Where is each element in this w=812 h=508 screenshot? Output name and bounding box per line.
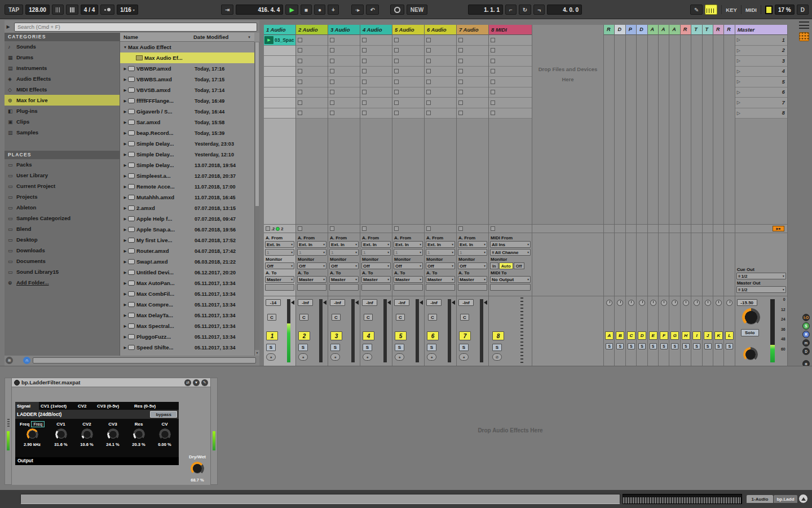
pan-knob[interactable] — [694, 300, 700, 306]
expander-icon[interactable]: ▶ — [122, 206, 128, 211]
clip-stop-button[interactable] — [330, 48, 334, 52]
expander-icon[interactable]: ▶ — [122, 67, 128, 71]
return-track-header[interactable]: D — [637, 25, 647, 35]
sidebar-item-sounds[interactable]: ♪Sounds — [5, 41, 120, 52]
expander-icon[interactable]: ▶ — [122, 303, 128, 307]
scene-slot[interactable]: ▷4 — [735, 67, 787, 77]
name-column-header[interactable]: Name — [123, 34, 193, 40]
param-knob[interactable] — [83, 430, 91, 439]
preview-scrub-bar[interactable] — [33, 357, 256, 364]
clip-stop-button[interactable] — [330, 90, 334, 94]
solo-button[interactable]: S — [395, 344, 404, 351]
sidebar-item-instruments[interactable]: ▤Instruments — [5, 63, 120, 73]
clip-stop-button[interactable] — [394, 69, 399, 73]
draw-mode-button[interactable]: ✎ — [690, 5, 703, 15]
file-row[interactable]: ▶Apple Snap.a...06.07.2018, 19:56 — [120, 224, 254, 235]
input-channel-select[interactable]: 1▾ — [426, 249, 455, 256]
clip-stop-button[interactable] — [298, 111, 302, 115]
monitor-select[interactable]: Off▾ — [265, 262, 294, 269]
param-value[interactable]: 0.00 % — [158, 442, 171, 447]
clip-stop-button[interactable] — [362, 80, 367, 84]
scene-play-icon[interactable]: ▷ — [737, 37, 740, 42]
automation-arm-button[interactable]: ◦▸ — [351, 5, 364, 15]
return-track-header[interactable]: R — [681, 25, 691, 35]
pan-knob[interactable] — [650, 300, 656, 306]
monitor-select[interactable]: Off▾ — [297, 262, 326, 269]
return-track-header[interactable]: R — [724, 25, 734, 35]
clip-stop-button[interactable] — [491, 111, 495, 115]
reenable-automation-button[interactable]: ↶ — [366, 5, 378, 15]
input-channel-select[interactable]: 1▾ — [265, 249, 294, 256]
sidebar-item-samples-categorized[interactable]: ▭Samples Categorized — [5, 213, 120, 224]
clip-stop-button[interactable] — [491, 38, 495, 42]
input-type-select[interactable]: Ext. In▾ — [265, 241, 294, 248]
clip-stop-button[interactable] — [362, 111, 367, 115]
solo-button[interactable]: S — [704, 343, 712, 349]
clip-stop-button[interactable] — [491, 100, 495, 105]
clip-slot[interactable] — [328, 46, 360, 56]
expander-icon[interactable]: ▼ — [122, 45, 128, 49]
expander-icon[interactable]: ▶ — [122, 292, 128, 296]
clip-stop-button[interactable] — [394, 111, 399, 115]
device-title-bar[interactable]: bp.LadderFilter.maxpat ⇄ ▼ ✎ — [12, 378, 210, 387]
show-hide-detail-button[interactable] — [798, 494, 808, 503]
pan-knob[interactable] — [628, 300, 634, 306]
track-activator-button[interactable]: 3 — [330, 331, 342, 340]
arm-button[interactable]: ● — [298, 353, 308, 361]
expander-icon[interactable]: ▶ — [122, 335, 128, 339]
scene-play-icon[interactable]: ▷ — [737, 90, 740, 95]
arrangement-view-toggle[interactable] — [799, 21, 809, 29]
scene-slot[interactable]: ▷1 — [735, 35, 787, 46]
pan-knob[interactable] — [716, 300, 722, 306]
crossfader-knob[interactable] — [745, 349, 756, 360]
solo-button[interactable]: S — [616, 343, 624, 349]
output-select[interactable]: Master▾ — [394, 276, 423, 283]
clip-slot[interactable] — [489, 77, 532, 87]
clip-stop-button[interactable] — [298, 90, 302, 94]
output-channel-select[interactable] — [490, 284, 531, 291]
clip-stop-button[interactable] — [298, 38, 302, 42]
clip-slot[interactable] — [296, 35, 328, 46]
mixer-toggle-d[interactable]: D — [802, 348, 810, 355]
track-activator-button[interactable]: 7 — [459, 331, 471, 340]
master-pan-knob[interactable] — [744, 310, 758, 325]
clip-slot[interactable] — [425, 67, 456, 77]
file-row[interactable]: ▶PluggoFuzz...05.11.2017, 13:34 — [120, 331, 254, 342]
file-row[interactable]: ▶Router.amxd04.07.2018, 17:42 — [120, 246, 254, 256]
expander-icon[interactable]: ▶ — [122, 185, 128, 189]
monitor-auto-button[interactable]: Auto — [499, 262, 513, 269]
dry-wet-knob[interactable] — [192, 463, 202, 474]
hot-swap-button[interactable]: ⇄ — [184, 379, 191, 386]
clip-slot[interactable] — [489, 87, 532, 98]
stop-all-clips-button[interactable]: ▶■ — [773, 226, 784, 231]
return-activator-button[interactable]: L — [725, 331, 734, 340]
clip-slot[interactable]: ▶03_Spac — [264, 35, 295, 46]
pan-display[interactable]: C — [428, 314, 437, 321]
clip-slot[interactable] — [264, 87, 295, 98]
clip-slot[interactable] — [392, 87, 424, 98]
fader-handle[interactable] — [387, 300, 391, 305]
clip-slot[interactable] — [360, 77, 392, 87]
bypass-button[interactable]: bypass — [150, 411, 177, 418]
input-type-select[interactable]: Ext. In▾ — [361, 241, 391, 248]
volume-display[interactable]: -Inf — [426, 299, 442, 306]
pan-knob[interactable] — [672, 300, 678, 306]
file-row[interactable]: ▶Max DelayTa...05.11.2017, 13:34 — [120, 310, 254, 321]
pan-knob[interactable] — [683, 300, 689, 306]
track-header[interactable]: 7 Audio — [457, 25, 488, 35]
monitor-select[interactable]: Off▾ — [458, 262, 487, 269]
arm-button[interactable]: ● — [395, 353, 404, 361]
expander-icon[interactable]: ▶ — [122, 195, 128, 200]
clip-stop-button[interactable] — [426, 69, 431, 73]
output-select[interactable]: Master▾ — [361, 276, 391, 283]
return-activator-button[interactable]: J — [704, 331, 712, 340]
metronome-button[interactable] — [100, 5, 114, 15]
input-channel-select[interactable]: 1▾ — [329, 249, 359, 256]
sidebar-item-add-folder[interactable]: ⊕Add Folder... — [5, 277, 120, 288]
clip-slot[interactable] — [328, 35, 360, 46]
expander-icon[interactable]: ▶ — [122, 260, 128, 264]
return-track-header[interactable]: R — [713, 25, 723, 35]
expander-icon[interactable]: ▶ — [122, 152, 128, 157]
play-button[interactable]: ▶ — [285, 5, 298, 15]
clip-slot[interactable] — [360, 46, 392, 56]
